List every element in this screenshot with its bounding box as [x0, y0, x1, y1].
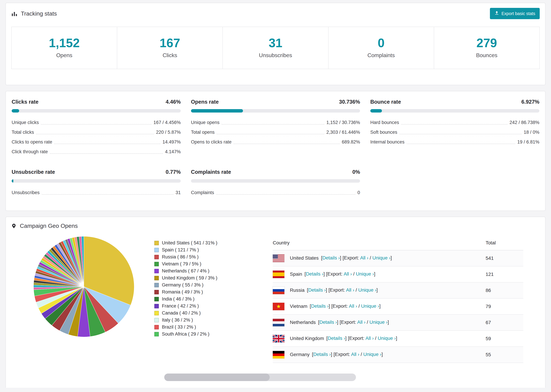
export-all-link[interactable]: All › [346, 287, 354, 293]
country-total: 79 [486, 298, 523, 315]
progress-fill [12, 179, 13, 183]
export-all-link[interactable]: All › [357, 320, 366, 325]
export-unique-link[interactable]: Unique › [369, 320, 388, 325]
export-all-link[interactable]: All › [344, 271, 352, 277]
legend-item-spain: Spain ( 121 / 7% ) [154, 246, 261, 253]
horizontal-scrollbar-thumb[interactable] [164, 373, 270, 381]
dotted-leader [216, 194, 355, 195]
stat-line-value: 2,303 / 61.446% [326, 127, 360, 137]
country-cell-united-states: United States [Details ›] [Export: All ›… [273, 250, 486, 266]
dotted-leader [50, 154, 163, 154]
legend-item-germany: Germany ( 55 / 3% ) [154, 281, 261, 288]
geo-opens-title: Campaign Geo Opens [11, 223, 78, 229]
details-link[interactable]: Details › [322, 255, 340, 261]
stat-line-label: Total clicks [12, 127, 34, 137]
rate-value: 6.927% [521, 99, 539, 105]
stat-line-label: Unique opens [191, 118, 219, 127]
stat-line-value: 4.147% [165, 147, 181, 157]
legend-label: United Kingdom ( 59 / 3% ) [162, 274, 217, 281]
stat-line-value: 19 / 6.81% [517, 137, 539, 147]
dotted-leader [399, 134, 522, 134]
stat-line-hard-bounces: Hard bounces242 / 86.738% [370, 118, 539, 127]
export-unique-link[interactable]: Unique › [378, 336, 396, 341]
stat-line-label: Clicks to opens rate [12, 137, 52, 147]
rate-title: Opens rate [191, 99, 219, 105]
rate-value: 0% [352, 169, 360, 175]
geo-opens-content: United States ( 541 / 31% )Spain ( 121 /… [11, 235, 540, 363]
geo-row-vietnam: Vietnam [Details ›] [Export: All › / Uni… [273, 298, 523, 315]
stat-line-internal-bounces: Internal bounces19 / 6.81% [370, 137, 539, 147]
geo-opens-table-wrap: Country Total United States [Details ›] … [273, 236, 523, 363]
export-unique-link[interactable]: Unique › [358, 287, 376, 293]
stat-label-bounces: Bounces [434, 52, 539, 58]
stat-line-total-opens: Total opens2,303 / 61.446% [191, 127, 360, 137]
stat-line-label: Total opens [191, 127, 215, 137]
legend-swatch [154, 297, 159, 301]
dotted-leader [54, 144, 160, 144]
horizontal-scrollbar[interactable] [164, 373, 356, 381]
export-all-link[interactable]: All › [349, 304, 357, 309]
legend-label: South Africa ( 29 / 2% ) [162, 331, 209, 338]
export-unique-link[interactable]: Unique › [363, 352, 381, 357]
legend-item-vietnam: Vietnam ( 79 / 5% ) [154, 260, 261, 267]
export-unique-link[interactable]: Unique › [356, 271, 374, 277]
rate-panel-bounce-rate: Bounce rate6.927%Hard bounces242 / 86.73… [370, 99, 539, 157]
stat-line-label: Hard bounces [370, 118, 399, 127]
stat-line-soft-bounces: Soft bounces18 / 0% [370, 127, 539, 137]
details-link[interactable]: Details › [313, 352, 331, 357]
export-all-link[interactable]: All › [351, 352, 359, 357]
rate-title: Unsubscribe rate [12, 169, 55, 175]
rates-card: Clicks rate4.46%Unique clicks167 / 4.456… [6, 91, 545, 211]
country-name: Germany [290, 352, 311, 357]
legend-swatch [154, 283, 159, 287]
country-cell-spain: Spain [Details ›] [Export: All › / Uniqu… [273, 266, 486, 282]
rate-title: Bounce rate [370, 99, 401, 105]
progress-track [370, 109, 539, 112]
legend-item-france: France ( 42 / 2% ) [154, 302, 261, 309]
tracking-stats-title: Tracking stats [11, 10, 57, 17]
stats-strip: 1,152Opens167Clicks31Unsubscribes0Compla… [11, 27, 540, 69]
geo-row-netherlands: Netherlands [Details ›] [Export: All › /… [273, 315, 523, 331]
stat-value-opens: 1,152 [12, 36, 117, 50]
rate-panel-opens-rate: Opens rate30.736%Unique opens1,152 / 30.… [191, 99, 360, 157]
stat-line-unique-opens: Unique opens1,152 / 30.736% [191, 118, 360, 127]
country-cell-russia: Russia [Details ›] [Export: All › / Uniq… [273, 282, 486, 298]
map-pin-icon [11, 223, 16, 229]
stat-value-bounces: 279 [434, 36, 539, 50]
legend-swatch [154, 248, 159, 252]
flag-ru-icon [273, 287, 284, 294]
export-icon [494, 11, 499, 16]
export-unique-link[interactable]: Unique › [361, 304, 379, 309]
country-total: 67 [486, 315, 523, 331]
country-name: United Kingdom [290, 336, 325, 341]
legend-label: Romania ( 49 / 3% ) [162, 288, 203, 295]
tracking-stats-header: Tracking stats Export basic stats [11, 8, 540, 19]
stat-line-label: Soft bounces [370, 127, 397, 137]
stat-line-total-clicks: Total clicks220 / 5.87% [12, 127, 181, 137]
stat-bounces: 279Bounces [434, 27, 539, 69]
country-cell-germany: Germany [Details ›] [Export: All › / Uni… [273, 347, 486, 363]
export-all-link[interactable]: All › [366, 336, 374, 341]
bar-chart-icon [11, 10, 17, 17]
dotted-leader [217, 134, 324, 134]
legend-item-canada: Canada ( 40 / 2% ) [154, 309, 261, 317]
stat-clicks: 167Clicks [117, 27, 223, 69]
export-all-link[interactable]: All › [360, 255, 368, 261]
details-link[interactable]: Details › [319, 320, 337, 325]
dotted-leader [233, 144, 340, 144]
legend-label: Germany ( 55 / 3% ) [162, 281, 204, 288]
export-unique-link[interactable]: Unique › [372, 255, 390, 261]
legend-swatch [154, 241, 159, 245]
country-total: 541 [486, 250, 523, 266]
country-total: 86 [486, 282, 523, 298]
legend-label: Brazil ( 33 / 2% ) [162, 324, 196, 331]
details-link[interactable]: Details › [306, 271, 323, 277]
export-basic-stats-button[interactable]: Export basic stats [490, 8, 540, 19]
legend-item-united-states: United States ( 541 / 31% ) [154, 239, 261, 246]
rate-title: Clicks rate [12, 99, 38, 105]
rate-head-opens-rate: Opens rate30.736% [191, 99, 360, 105]
details-link[interactable]: Details › [328, 336, 345, 341]
legend-item-russia: Russia ( 86 / 5% ) [154, 253, 261, 260]
details-link[interactable]: Details › [311, 304, 329, 309]
details-link[interactable]: Details › [308, 287, 326, 293]
